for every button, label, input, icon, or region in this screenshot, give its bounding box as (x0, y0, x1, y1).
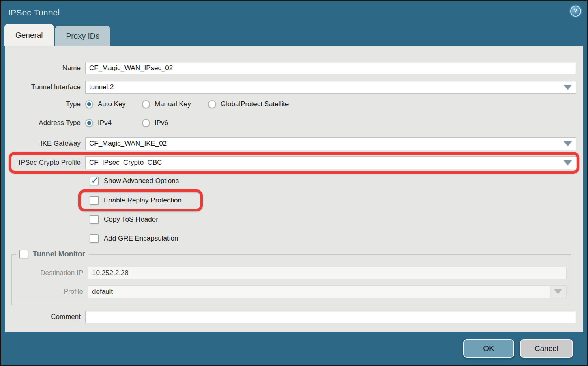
copy-tos-header-row: Copy ToS Header (90, 214, 576, 225)
tab-proxy-ids[interactable]: Proxy IDs (55, 26, 110, 46)
general-tab-panel: Name Tunnel Interface tunnel.2 Type Auto… (5, 46, 583, 332)
radio-manual-key-label: Manual Key (155, 100, 191, 108)
copy-tos-header-label: Copy ToS Header (104, 215, 158, 224)
checkbox-unchecked-icon[interactable] (90, 234, 99, 243)
show-advanced-options-row: Show Advanced Options (90, 176, 576, 186)
radio-ipv4[interactable]: IPv4 (85, 119, 142, 127)
checkbox-unchecked-icon[interactable] (90, 215, 99, 224)
chevron-down-icon[interactable] (560, 81, 576, 93)
show-advanced-options-label: Show Advanced Options (104, 177, 179, 185)
destination-ip-label: Destination IP (16, 269, 88, 277)
radio-globalprotect-label: GlobalProtect Satellite (221, 100, 289, 108)
checkbox-unchecked-icon[interactable] (19, 250, 28, 258)
ike-gateway-row: IKE Gateway CF_Magic_WAN_IKE_02 (5, 137, 576, 150)
dialog-title: IPSec Tunnel (8, 8, 60, 17)
chevron-down-icon[interactable] (560, 157, 576, 169)
tunnel-interface-value: tunnel.2 (86, 81, 560, 93)
destination-ip-input (88, 267, 567, 279)
radio-ipv6[interactable]: IPv6 (142, 119, 168, 127)
ipsec-crypto-profile-row: IPSec Crypto Profile CF_IPsec_Crypto_CBC (5, 156, 576, 169)
enable-replay-protection-label: Enable Replay Protection (104, 196, 182, 205)
address-type-radio-group: IPv4 IPv6 (85, 119, 576, 127)
tab-bar: General Proxy IDs (1, 24, 587, 46)
name-row: Name (5, 62, 576, 74)
comment-label: Comment (5, 313, 85, 321)
type-radio-group: Auto Key Manual Key GlobalProtect Satell… (85, 100, 576, 108)
tunnel-monitor-legend: Tunnel Monitor (16, 250, 88, 258)
address-type-label: Address Type (5, 119, 85, 127)
tunnel-interface-select[interactable]: tunnel.2 (85, 81, 576, 94)
name-label: Name (5, 64, 85, 72)
radio-unselected-icon[interactable] (142, 119, 150, 127)
tunnel-monitor-label: Tunnel Monitor (33, 250, 85, 258)
tunnel-interface-label: Tunnel Interface (5, 83, 85, 91)
checkbox-unchecked-icon[interactable] (90, 196, 99, 205)
ipsec-crypto-profile-value: CF_IPsec_Crypto_CBC (86, 157, 560, 169)
chevron-down-icon (550, 286, 566, 298)
radio-manual-key[interactable]: Manual Key (142, 100, 208, 108)
radio-unselected-icon[interactable] (142, 100, 150, 108)
ipsec-crypto-profile-label: IPSec Crypto Profile (5, 159, 85, 167)
ipsec-crypto-profile-select[interactable]: CF_IPsec_Crypto_CBC (85, 156, 576, 169)
ipsec-tunnel-dialog: IPSec Tunnel ? General Proxy IDs Name Tu… (0, 0, 588, 366)
destination-ip-row: Destination IP (16, 267, 567, 279)
radio-auto-key-label: Auto Key (98, 100, 126, 108)
radio-selected-icon[interactable] (85, 100, 93, 108)
help-icon[interactable]: ? (570, 6, 581, 17)
enable-replay-protection-row: Enable Replay Protection (90, 195, 576, 206)
add-gre-encapsulation-label: Add GRE Encapsulation (104, 235, 178, 243)
tunnel-interface-row: Tunnel Interface tunnel.2 (5, 81, 576, 94)
profile-value: default (88, 286, 550, 298)
comment-row: Comment (5, 311, 576, 323)
chevron-down-icon[interactable] (560, 138, 576, 150)
checkbox-checked-icon[interactable] (90, 177, 99, 185)
radio-ipv6-label: IPv6 (155, 119, 168, 127)
profile-row: Profile default (16, 285, 567, 298)
radio-unselected-icon[interactable] (208, 100, 216, 108)
radio-selected-icon[interactable] (85, 119, 93, 127)
radio-ipv4-label: IPv4 (98, 119, 112, 127)
tab-general[interactable]: General (4, 24, 54, 46)
ok-button[interactable]: OK (463, 339, 514, 358)
comment-input[interactable] (85, 311, 576, 323)
dialog-footer: OK Cancel (1, 332, 587, 365)
profile-label: Profile (16, 288, 88, 296)
dialog-titlebar: IPSec Tunnel ? (1, 1, 587, 24)
tunnel-monitor-group: Tunnel Monitor Destination IP Profile de… (11, 254, 571, 305)
ike-gateway-select[interactable]: CF_Magic_WAN_IKE_02 (85, 137, 576, 150)
profile-select: default (88, 285, 567, 298)
ike-gateway-value: CF_Magic_WAN_IKE_02 (86, 138, 560, 150)
radio-auto-key[interactable]: Auto Key (85, 100, 142, 108)
type-row: Type Auto Key Manual Key GlobalProtect S… (5, 100, 576, 108)
radio-globalprotect-satellite[interactable]: GlobalProtect Satellite (208, 100, 289, 108)
add-gre-encapsulation-row: Add GRE Encapsulation (90, 233, 576, 244)
address-type-row: Address Type IPv4 IPv6 (5, 119, 576, 127)
cancel-button[interactable]: Cancel (520, 339, 573, 358)
ike-gateway-label: IKE Gateway (5, 140, 85, 148)
name-input[interactable] (85, 62, 576, 74)
type-label: Type (5, 100, 85, 108)
